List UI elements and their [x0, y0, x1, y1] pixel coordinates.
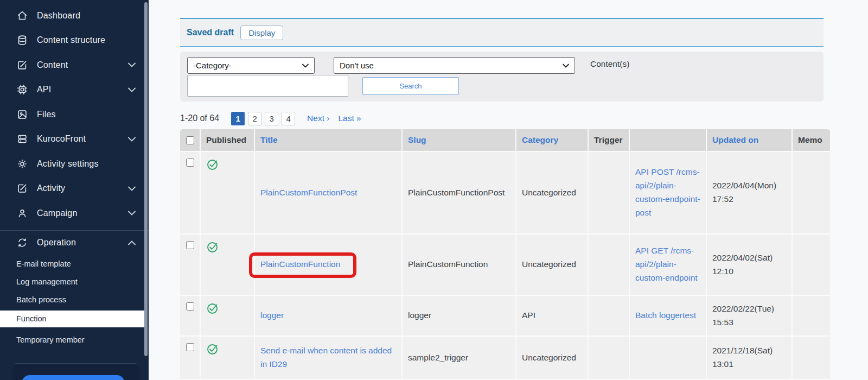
contents-label: Content(s)	[590, 59, 629, 69]
cell-memo	[793, 235, 830, 296]
cell-title: logger	[255, 296, 403, 337]
sidebar-item-operation[interactable]: Operation	[0, 231, 149, 255]
title-link[interactable]: PlainCustomFunctionPost	[260, 186, 357, 200]
sidebar-item-label: API	[37, 85, 128, 94]
cell-category: API	[516, 296, 589, 337]
row-checkbox[interactable]	[186, 343, 194, 351]
table-header-row: Published Title Slug Category Trigger Up…	[180, 129, 830, 152]
category-select-value: -Category-	[193, 61, 232, 70]
sidebar-subitem-label: Function	[16, 314, 47, 323]
sidebar-item-content[interactable]: Content	[0, 53, 149, 78]
header-cell-trigger: Trigger	[589, 129, 630, 152]
chip-icon	[16, 84, 28, 96]
cell-category: Uncategorized	[516, 337, 589, 380]
sidebar-item-label: Operation	[37, 238, 128, 248]
edit-icon	[16, 182, 28, 194]
row-checkbox[interactable]	[186, 302, 194, 311]
sidebar-item-campaign[interactable]: Campaign	[0, 201, 149, 226]
cell-updated: 2022/04/04(Mon) 17:52	[707, 152, 793, 235]
sidebar-subitem-batch-process[interactable]: Batch process	[0, 291, 149, 309]
sidebar-subitem-log-management[interactable]: Log management	[0, 273, 149, 291]
sidebar: Dashboard Content structure Content	[0, 0, 149, 380]
cell-memo	[793, 152, 830, 235]
endpoint-link[interactable]: Batch loggertest	[635, 309, 696, 322]
select-all-checkbox[interactable]	[186, 136, 194, 144]
cell-checkbox	[180, 337, 201, 380]
header-cell-category[interactable]: Category	[516, 129, 589, 152]
page-button-3[interactable]: 3	[265, 112, 278, 125]
cell-category: Uncategorized	[516, 235, 589, 296]
cell-memo	[793, 337, 830, 380]
published-check-icon	[206, 302, 219, 315]
sidebar-item-activity[interactable]: Activity	[0, 176, 149, 201]
cell-title: PlainCustomFunction	[255, 235, 403, 296]
sidebar-item-content-structure[interactable]: Content structure	[0, 28, 149, 53]
display-button[interactable]: Display	[240, 26, 283, 40]
row-checkbox[interactable]	[186, 159, 194, 167]
endpoint-link[interactable]: API GET /rcms-api/2/plain-custom-endpoin…	[635, 244, 700, 284]
sidebar-item-dashboard[interactable]: Dashboard	[0, 3, 149, 28]
page-button-2[interactable]: 2	[248, 112, 261, 125]
table-row: Send e-mail when content is added in ID2…	[180, 337, 830, 380]
sidebar-item-label: Content	[37, 60, 128, 70]
app-window: Dashboard Content structure Content	[0, 0, 868, 380]
cell-trigger	[589, 296, 630, 337]
table-row: logger logger API Batch loggertest 2022/…	[180, 296, 830, 337]
next-page-link[interactable]: Next ›	[307, 113, 329, 123]
title-link[interactable]: logger	[260, 309, 284, 322]
header-cell-updated-on[interactable]: Updated on	[707, 129, 793, 152]
row-checkbox[interactable]	[186, 241, 194, 249]
sidebar-subitem-temporary-member[interactable]: Temporary member	[0, 330, 149, 350]
gear-icon	[16, 158, 28, 170]
table-row: PlainCustomFunctionPost PlainCustomFunct…	[180, 152, 830, 235]
cell-published	[201, 296, 255, 337]
published-check-icon	[206, 240, 219, 254]
cell-checkbox	[180, 235, 201, 296]
keyword-input[interactable]	[187, 75, 348, 97]
cell-endpoint: API POST /rcms-api/2/plain-custom-endpoi…	[630, 152, 707, 235]
title-link[interactable]: Send e-mail when content is added in ID2…	[260, 344, 396, 371]
cell-memo	[793, 296, 830, 337]
sidebar-subitem-email-template[interactable]: E-mail template	[0, 255, 149, 273]
endpoint-link[interactable]: API POST /rcms-api/2/plain-custom-endpoi…	[635, 166, 700, 219]
sidebar-subitem-label: Batch process	[16, 295, 66, 304]
sidebar-subitem-function[interactable]: Function	[0, 311, 146, 327]
sidebar-bottom-button[interactable]	[22, 375, 125, 380]
cell-updated: 2022/04/02(Sat) 12:10	[707, 235, 793, 296]
header-cell-slug[interactable]: Slug	[403, 129, 516, 152]
cell-updated: 2021/12/18(Sat) 13:01	[707, 337, 793, 380]
cell-published	[201, 235, 255, 296]
published-check-icon	[206, 343, 219, 356]
search-button[interactable]: Search	[362, 77, 459, 95]
sidebar-item-label: KurocoFront	[37, 134, 128, 144]
use-select[interactable]: Don't use	[334, 57, 575, 74]
category-select[interactable]: -Category-	[187, 57, 315, 74]
table-row: PlainCustomFunction PlainCustomFunction …	[180, 235, 830, 296]
page-button-4[interactable]: 4	[282, 112, 295, 125]
cell-published	[201, 337, 255, 380]
header-cell-checkbox	[180, 129, 201, 152]
header-cell-title[interactable]: Title	[255, 129, 403, 152]
published-check-icon	[206, 158, 219, 171]
sidebar-item-files[interactable]: Files	[0, 102, 149, 127]
sidebar-item-label: Campaign	[37, 208, 128, 218]
cell-slug: PlainCustomFunction	[403, 235, 516, 296]
edit-icon	[16, 59, 28, 71]
sidebar-nav: Dashboard Content structure Content	[0, 0, 149, 350]
sidebar-item-activity-settings[interactable]: Activity settings	[0, 151, 149, 176]
last-page-link[interactable]: Last »	[338, 113, 361, 123]
sidebar-scrollbar[interactable]	[144, 2, 148, 356]
tab-saved-draft[interactable]: Saved draft	[187, 28, 234, 37]
sidebar-item-kurocofront[interactable]: KurocoFront	[0, 127, 149, 152]
cell-trigger	[589, 337, 630, 380]
page-button-1[interactable]: 1	[231, 112, 245, 125]
pagination-range: 1-20 of 64	[180, 113, 219, 123]
title-link-highlighted[interactable]: PlainCustomFunction	[260, 258, 340, 271]
use-select-value: Don't use	[340, 61, 374, 70]
header-cell-endpoint	[630, 129, 707, 152]
cell-checkbox	[180, 296, 201, 337]
image-icon	[16, 109, 28, 121]
chevron-down-icon	[128, 211, 136, 216]
sidebar-item-api[interactable]: API	[0, 78, 149, 103]
cell-checkbox	[180, 152, 201, 235]
